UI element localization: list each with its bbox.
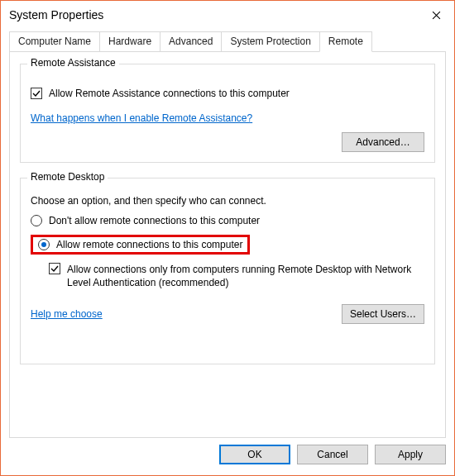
radio-allow-label: Allow remote connections to this compute… (56, 239, 242, 250)
button-select-users[interactable]: Select Users… (342, 304, 424, 324)
close-button[interactable] (418, 2, 454, 27)
group-title-remote-desktop: Remote Desktop (27, 171, 108, 183)
remote-desktop-prompt: Choose an option, and then specify who c… (31, 195, 424, 207)
tab-strip: Computer Name Hardware Advanced System P… (9, 31, 446, 52)
checkmark-icon (32, 89, 41, 98)
group-remote-desktop: Remote Desktop Choose an option, and the… (20, 178, 435, 364)
button-cancel[interactable]: Cancel (297, 445, 368, 464)
radio-allow[interactable] (38, 239, 50, 250)
tab-panel-remote: Remote Assistance Allow Remote Assistanc… (9, 51, 446, 438)
checkbox-nla[interactable] (49, 263, 60, 274)
link-remote-assistance-help[interactable]: What happens when I enable Remote Assist… (31, 112, 252, 124)
tab-hardware[interactable]: Hardware (99, 31, 160, 52)
radio-dont-allow[interactable] (31, 215, 42, 226)
close-icon (432, 11, 441, 20)
radio-dont-allow-label: Don't allow remote connections to this c… (49, 215, 260, 226)
group-remote-assistance: Remote Assistance Allow Remote Assistanc… (20, 64, 435, 163)
tab-system-protection[interactable]: System Protection (221, 31, 319, 52)
checkbox-allow-remote-assistance[interactable] (31, 88, 42, 99)
group-title-remote-assistance: Remote Assistance (27, 57, 119, 69)
link-help-me-choose[interactable]: Help me choose (31, 308, 103, 320)
checkmark-icon (50, 264, 59, 273)
checkbox-nla-label: Allow connections only from computers ru… (67, 263, 424, 289)
checkbox-allow-remote-assistance-label: Allow Remote Assistance connections to t… (49, 88, 290, 99)
tab-remote[interactable]: Remote (319, 31, 372, 52)
tab-advanced[interactable]: Advanced (160, 31, 222, 52)
highlight-allow-option: Allow remote connections to this compute… (31, 235, 250, 255)
button-ok[interactable]: OK (219, 445, 290, 464)
dialog-button-row: OK Cancel Apply (9, 445, 446, 464)
button-apply[interactable]: Apply (375, 445, 446, 464)
window-title: System Properties (9, 8, 103, 21)
tab-computer-name[interactable]: Computer Name (9, 31, 100, 52)
button-remote-assistance-advanced[interactable]: Advanced… (342, 132, 424, 152)
